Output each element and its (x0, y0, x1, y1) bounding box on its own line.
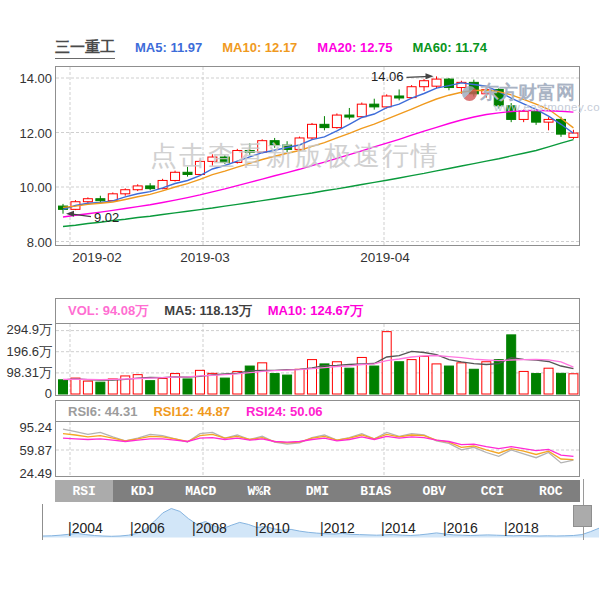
legend-vol-ma10: MA10: 124.67万 (268, 302, 363, 320)
y-axis-label: 24.49 (19, 466, 52, 481)
tab-kdj[interactable]: KDJ (113, 480, 171, 502)
timeline-slider-handle[interactable] (573, 505, 592, 527)
tab-macd[interactable]: MACD (172, 480, 230, 502)
legend-vol-ma5: MA5: 118.13万 (164, 302, 251, 320)
kline-legend: 三一重工 MA5: 11.97 MA10: 12.17 MA20: 12.75 … (55, 38, 487, 59)
volume-legend: VOL: 94.08万 MA5: 118.13万 MA10: 124.67万 (56, 299, 579, 324)
legend-ma60: MA60: 11.74 (413, 40, 487, 55)
y-axis-label: 59.87 (19, 443, 52, 458)
y-axis-label: 10.00 (19, 180, 52, 195)
timeline-year-label: |2018 (504, 520, 539, 536)
stock-chart-page: 三一重工 MA5: 11.97 MA10: 12.17 MA20: 12.75 … (0, 0, 600, 600)
timeline-year-label: |2014 (381, 520, 416, 536)
legend-rsi24: RSI24: 50.06 (246, 404, 323, 419)
timeline-year-label: |2016 (443, 520, 478, 536)
timeline-year-label: |2006 (130, 520, 165, 536)
stock-name-link[interactable]: 三一重工 (55, 38, 115, 59)
legend-vol: VOL: 94.08万 (68, 302, 148, 320)
timeline-year-label: |2008 (192, 520, 227, 536)
legend-ma10: MA10: 12.17 (222, 40, 297, 55)
x-axis-label: 2019-02 (72, 250, 122, 265)
rsi-chart (56, 422, 579, 476)
rsi-pane: RSI6: 44.31 RSI12: 44.87 RSI24: 50.06 (55, 400, 580, 477)
y-axis-label: 98.31万 (6, 364, 52, 382)
svg-text:9.02: 9.02 (94, 210, 119, 225)
legend-ma5: MA5: 11.97 (135, 40, 202, 55)
rsi-legend: RSI6: 44.31 RSI12: 44.87 RSI24: 50.06 (56, 401, 579, 422)
tab-roc[interactable]: ROC (522, 480, 580, 502)
svg-text:14.06: 14.06 (371, 69, 404, 84)
timeline-year-label: |2004 (68, 520, 103, 536)
y-axis-label: 0 (45, 386, 52, 401)
legend-rsi6: RSI6: 44.31 (68, 404, 137, 419)
kline-chart: 14.069.02 (56, 67, 579, 245)
x-axis-label: 2019-03 (180, 250, 230, 265)
indicator-tabs: RSIKDJMACDW%RDMIBIASOBVCCIROC (55, 480, 580, 502)
tab-obv[interactable]: OBV (405, 480, 463, 502)
volume-pane: VOL: 94.08万 MA5: 118.13万 MA10: 124.67万 (55, 298, 580, 396)
y-axis-label: 95.24 (19, 420, 52, 435)
volume-chart (56, 324, 579, 395)
tab-rsi[interactable]: RSI (55, 480, 113, 502)
tab-wr[interactable]: W%R (230, 480, 288, 502)
tab-cci[interactable]: CCI (463, 480, 521, 502)
tab-bias[interactable]: BIAS (347, 480, 405, 502)
x-axis-label: 2019-04 (360, 250, 410, 265)
legend-rsi12: RSI12: 44.87 (153, 404, 230, 419)
kline-pane[interactable]: 14.069.02 (55, 66, 580, 246)
y-axis-label: 14.00 (19, 71, 52, 86)
timeline-year-label: |2012 (320, 520, 355, 536)
timeline-year-label: |2010 (255, 520, 290, 536)
legend-ma20: MA20: 12.75 (317, 40, 392, 55)
y-axis-label: 12.00 (19, 125, 52, 140)
y-axis-label: 196.6万 (6, 343, 52, 361)
tab-dmi[interactable]: DMI (288, 480, 346, 502)
y-axis-label: 8.00 (27, 234, 52, 249)
y-axis-label: 294.9万 (6, 321, 52, 339)
